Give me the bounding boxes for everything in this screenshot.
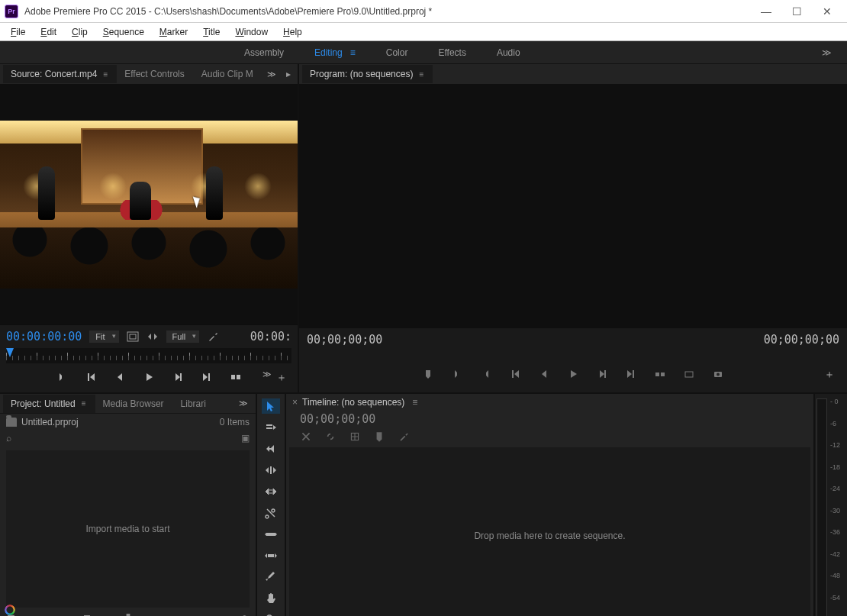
tool-slide[interactable] [262, 548, 280, 563]
close-button[interactable]: ✕ [812, 0, 842, 23]
lift-icon[interactable] [654, 368, 666, 380]
go-to-in-icon[interactable] [85, 371, 97, 383]
tab-program[interactable]: Program: (no sequences) ≡ [302, 65, 433, 83]
menu-help[interactable]: Help [275, 25, 310, 39]
go-to-in-icon[interactable] [509, 368, 521, 380]
menu-edit[interactable]: Edit [33, 25, 64, 39]
workspace-menu-icon[interactable]: ≡ [350, 47, 356, 58]
timeline-drop-area[interactable]: Drop media here to create sequence. [289, 447, 810, 616]
tab-source-menu-icon[interactable]: ≡ [103, 70, 108, 79]
tool-slip[interactable] [262, 527, 280, 542]
project-footer: ☰ ▮ ◢ ⌂ ▞ ◇ ▥ ⌕ 🗀 ▣ 🗑 [0, 611, 256, 616]
new-bin-from-search-icon[interactable]: ▣ [241, 433, 250, 443]
tool-rolling-edit[interactable] [262, 463, 280, 478]
source-button-editor-icon[interactable]: ＋ [276, 371, 287, 385]
tool-track-select[interactable] [262, 420, 280, 435]
play-icon[interactable] [567, 368, 579, 380]
snap-icon[interactable] [300, 431, 312, 443]
step-back-icon[interactable] [538, 368, 550, 380]
toggle-multi-cam-icon[interactable] [147, 331, 159, 343]
new-folder-icon[interactable]: 🗀 [199, 613, 211, 616]
creative-cloud-icon[interactable] [5, 605, 15, 615]
step-forward-icon[interactable] [596, 368, 608, 380]
program-video-viewport[interactable] [299, 84, 847, 328]
insert-icon[interactable] [230, 371, 242, 383]
menu-sequence[interactable]: Sequence [95, 25, 152, 39]
extract-icon[interactable] [683, 368, 695, 380]
tool-hand[interactable] [262, 591, 280, 606]
find-icon-2[interactable]: ⌕ [179, 613, 192, 616]
tab-media-browser[interactable]: Media Browser [95, 395, 173, 413]
project-bin-area[interactable]: Import media to start [6, 450, 250, 608]
mark-in-icon[interactable] [56, 371, 68, 383]
workspace-editing[interactable]: Editing [314, 47, 343, 58]
workspace-assembly[interactable]: Assembly [244, 47, 284, 58]
program-button-editor-icon[interactable]: ＋ [824, 368, 835, 382]
source-playhead-icon[interactable] [6, 348, 14, 357]
tab-libraries[interactable]: Librari [173, 395, 215, 413]
find-icon[interactable]: ◇ [140, 613, 152, 616]
tool-ripple-edit[interactable] [262, 441, 280, 456]
source-transport-overflow-icon[interactable]: ≫ [262, 369, 272, 379]
add-marker-icon[interactable] [422, 368, 434, 380]
tab-source[interactable]: Source: Concert.mp4 ≡ [3, 65, 117, 83]
tool-selection[interactable] [262, 398, 280, 414]
mark-out-icon[interactable] [480, 368, 492, 380]
menu-title[interactable]: Title [195, 25, 227, 39]
icon-view-icon[interactable]: ▮ [24, 613, 37, 616]
tool-pen[interactable] [262, 569, 280, 585]
trash-icon[interactable]: 🗑 [239, 613, 251, 616]
source-tabs-overflow-icon[interactable]: ≫ [267, 69, 281, 79]
minimize-button[interactable]: — [751, 0, 781, 23]
workspace-overflow-icon[interactable]: ≫ [822, 47, 832, 58]
add-marker-timeline-icon[interactable] [349, 431, 361, 443]
freeform-view-icon[interactable]: ◢ [44, 613, 56, 616]
safe-margins-icon[interactable] [127, 331, 139, 343]
workspace-color[interactable]: Color [386, 47, 408, 58]
menu-file[interactable]: File [3, 25, 33, 39]
timeline-marker-icon[interactable] [373, 431, 385, 443]
play-icon[interactable] [143, 371, 155, 383]
source-timecode-current[interactable]: 00:00:00:00 [6, 330, 82, 343]
go-to-out-icon[interactable] [625, 368, 637, 380]
workspace-effects[interactable]: Effects [438, 47, 465, 58]
tab-audio-clip-mixer[interactable]: Audio Clip M [194, 65, 262, 83]
project-search-input[interactable] [18, 432, 235, 444]
tab-project-menu-icon[interactable]: ≡ [82, 399, 86, 408]
tab-effect-controls[interactable]: Effect Controls [117, 65, 193, 83]
tab-project[interactable]: Project: Untitled ≡ [3, 395, 95, 413]
source-monitor-panel: Source: Concert.mp4 ≡ Effect Controls Au… [0, 64, 298, 392]
project-tabs-overflow-icon[interactable]: ≫ [239, 398, 253, 408]
menu-clip[interactable]: Clip [64, 25, 95, 39]
menu-window[interactable]: Window [227, 25, 275, 39]
tool-razor[interactable] [262, 505, 280, 521]
tool-rate-stretch[interactable] [262, 484, 280, 499]
source-panel-close-icon[interactable]: ▸ [282, 68, 295, 80]
search-icon[interactable]: ⌕ [6, 433, 11, 443]
timeline-close-icon[interactable]: × [292, 397, 298, 408]
maximize-button[interactable]: ☐ [781, 0, 812, 23]
tab-program-menu-icon[interactable]: ≡ [419, 70, 424, 79]
source-zoom-fit-select[interactable]: Fit [89, 331, 118, 343]
sort-icon[interactable]: ⌂ [64, 613, 76, 616]
source-video-viewport[interactable] [0, 84, 298, 324]
source-settings-icon[interactable] [207, 331, 219, 343]
timeline-timecode[interactable]: 00;00;00;00 [300, 412, 807, 426]
source-time-ruler[interactable] [6, 348, 291, 363]
new-item-icon[interactable]: ▣ [219, 613, 231, 616]
linked-selection-icon[interactable] [324, 431, 337, 443]
go-to-out-icon[interactable] [201, 371, 213, 383]
auto-sequence-icon[interactable]: ▞ [120, 613, 132, 616]
source-resolution-select[interactable]: Full [166, 331, 200, 343]
new-bin-icon[interactable]: ▥ [159, 613, 172, 616]
export-frame-icon[interactable] [712, 368, 724, 380]
menu-marker[interactable]: Marker [152, 25, 195, 39]
program-timecode-current[interactable]: 00;00;00;00 [307, 333, 382, 347]
tool-zoom[interactable] [262, 612, 280, 616]
step-back-icon[interactable] [114, 371, 126, 383]
mark-in-icon[interactable] [451, 368, 463, 380]
workspace-audio[interactable]: Audio [497, 47, 520, 58]
timeline-menu-icon[interactable]: ≡ [412, 397, 417, 408]
step-forward-icon[interactable] [172, 371, 184, 383]
timeline-settings-icon[interactable] [398, 431, 410, 443]
